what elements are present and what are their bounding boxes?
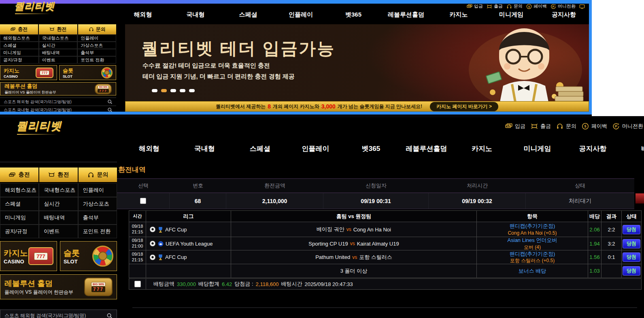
nav-overseas[interactable]: 해외형 [121, 144, 177, 153]
sports-search-domestic[interactable]: 스포츠 국내형 검색(국가/리그명/팀명) [0, 106, 116, 114]
nav-notice[interactable]: 공지사항 [538, 11, 589, 19]
nav-inplay[interactable]: 인플레이 [288, 144, 343, 153]
nav-minigame[interactable]: 미니게임 [510, 144, 565, 153]
tab-exchange[interactable]: 환전 [39, 24, 77, 34]
inquiry-link[interactable]: 문의 [556, 123, 576, 130]
menu-attendance[interactable]: 출석부 [78, 211, 117, 225]
win-badge: 당첨 [623, 239, 640, 248]
casino-page-button[interactable]: 카지노 페이지 바로가기 > [430, 102, 498, 111]
nav-casino[interactable]: 카지노 [432, 11, 485, 19]
stream-link[interactable] [579, 4, 585, 9]
nav-special[interactable]: 스페셜 [232, 144, 288, 153]
menu-virtual-sports[interactable]: 가상스포츠 [77, 42, 116, 49]
league-name: AFC Cup [165, 254, 187, 260]
menu-bet-history[interactable]: 배팅내역 [39, 49, 78, 56]
menu-minigame[interactable]: 미니게임 [0, 211, 39, 225]
menu-minigame[interactable]: 미니게임 [0, 49, 39, 56]
payback-link[interactable]: $ 페이백 [582, 123, 607, 130]
menu-notice-rules[interactable]: 공지/규정 [0, 225, 39, 238]
nav-casino[interactable]: 카지노 [454, 144, 510, 153]
money-transfer-link[interactable]: P 머니전환 [550, 3, 576, 9]
deposit-link[interactable]: 입금 [467, 3, 483, 9]
menu-attendance[interactable]: 출석부 [77, 49, 116, 56]
menu-notice-rules[interactable]: 공지/규정 [0, 56, 39, 64]
money-transfer-link[interactable]: P 머니전환 [612, 123, 643, 130]
menu-live[interactable]: 실시간 [39, 42, 78, 49]
nav-inplay[interactable]: 인플레이 [274, 11, 327, 19]
casino-banner-title: 카지노 [4, 67, 19, 74]
carousel-dot[interactable] [189, 89, 195, 92]
deposit-icon [467, 4, 472, 9]
site-logo[interactable]: 퀄리티벳 [14, 0, 55, 13]
withdraw-link[interactable]: 출금 [487, 3, 503, 9]
sports-search-overseas[interactable]: 스포츠 해외형 검색(국가/리그명/팀명) [0, 98, 116, 106]
menu-overseas-sports[interactable]: 해외형스포츠 [0, 183, 39, 197]
nav-special[interactable]: 스페셜 [222, 11, 274, 19]
withdraw-link[interactable]: 출금 [531, 123, 551, 130]
menu-live[interactable]: 실시간 [39, 197, 78, 211]
tab-charge[interactable]: 충전 [0, 167, 38, 182]
row-checkbox[interactable] [140, 198, 146, 204]
red-button-fragment[interactable] [635, 193, 644, 204]
hero-banner[interactable]: 퀄리티벳 테더 입금가능 수수료 절감! 테더 입금으로 더욱 효율적인 충전 … [125, 24, 589, 102]
headset-icon [89, 27, 94, 32]
payback-link[interactable]: $ 페이백 [526, 3, 547, 9]
soccer-icon [149, 254, 156, 261]
holdem-banner[interactable]: 레볼루션 홀덤 플레이어 VS 플레이어 한판승부 BIG WIN777 [0, 274, 117, 299]
tab-inquiry[interactable]: 문의 [78, 24, 116, 34]
carousel-dot-active[interactable] [161, 89, 167, 92]
promo-number-pages: 8 [268, 103, 271, 110]
nav-revolution-holdem[interactable]: 레볼루션홀덤 [380, 11, 432, 19]
menu-inplay[interactable]: 인플레이 [77, 34, 116, 42]
menu-overseas-sports[interactable]: 해외형스포츠 [0, 34, 39, 42]
holdem-banner[interactable]: 레볼루션 홀덤 플레이어 VS 플레이어 한판승부 BIG WIN777 [0, 82, 116, 95]
summary-checkbox[interactable] [134, 281, 141, 287]
page-title: 환전내역 [118, 165, 644, 174]
menu-virtual-sports[interactable]: 가상스포츠 [78, 197, 117, 211]
nav-bet365[interactable]: 벳365 [327, 11, 380, 19]
trophy-icon [158, 254, 163, 260]
carousel-dot[interactable] [170, 89, 176, 92]
menu-domestic-sports[interactable]: 국내형스포츠 [39, 34, 78, 42]
svg-text:$: $ [584, 124, 586, 128]
main-nav: 해외형 국내형 스페셜 인플레이 벳365 레볼루션홀덤 카지노 미니게임 공지… [121, 138, 644, 159]
slot-banner[interactable]: 슬롯SLOT [60, 241, 117, 271]
menu-inplay[interactable]: 인플레이 [78, 183, 117, 197]
sports-search-overseas[interactable]: 스포츠 해외형 검색(국가/리그명/팀명) [0, 310, 117, 318]
nav-revolution-holdem[interactable]: 레볼루션홀덤 [399, 144, 454, 153]
menu-event[interactable]: 이벤트 [39, 56, 78, 64]
menu-special[interactable]: 스페셜 [0, 42, 39, 49]
search-icon[interactable] [106, 313, 113, 318]
menu-bet-history[interactable]: 배팅내역 [39, 211, 78, 225]
search-icon[interactable] [107, 99, 113, 104]
nav-minigame[interactable]: 미니게임 [485, 11, 538, 19]
casino-banner[interactable]: 카지노CASINO 777 [0, 241, 57, 271]
nav-betting[interactable]: 배팅 [621, 144, 644, 153]
carousel-dot[interactable] [180, 89, 185, 92]
nav-domestic[interactable]: 국내형 [177, 144, 232, 153]
inquiry-link[interactable]: 문의 [506, 3, 523, 9]
casino-banner[interactable]: 카지노CASINO 777 [0, 65, 57, 80]
tab-exchange[interactable]: 환전 [39, 167, 78, 182]
search-icon[interactable] [107, 107, 113, 112]
nav-domestic[interactable]: 국내형 [169, 11, 222, 19]
tab-charge[interactable]: 충전 [0, 24, 38, 34]
exchange-process-time: 09/19 00:32 [429, 193, 526, 209]
slot-banner[interactable]: 슬롯SLOT [59, 65, 116, 80]
nav-bet365[interactable]: 벳365 [343, 144, 399, 153]
tab-inquiry[interactable]: 문의 [79, 167, 117, 182]
odds-total-value: 6.42 [222, 281, 232, 287]
carousel-dot[interactable] [152, 89, 157, 92]
menu-point-convert[interactable]: 포인트 전환 [78, 225, 117, 238]
deposit-link[interactable]: 입금 [505, 123, 525, 130]
menu-special[interactable]: 스페셜 [0, 197, 39, 211]
svg-text:$: $ [528, 5, 530, 8]
trophy-icon [158, 227, 163, 233]
menu-event[interactable]: 이벤트 [39, 225, 78, 238]
nav-overseas[interactable]: 해외형 [117, 11, 169, 19]
menu-point-convert[interactable]: 포인트 전환 [77, 56, 116, 64]
bet-row: 09/1821:15 AFC Cup 베이징 궈안vsCong An Ha No… [129, 222, 641, 237]
site-logo[interactable]: 퀄리티벳 [16, 119, 62, 134]
nav-notice[interactable]: 공지사항 [565, 144, 621, 153]
menu-domestic-sports[interactable]: 국내형스포츠 [39, 183, 78, 197]
